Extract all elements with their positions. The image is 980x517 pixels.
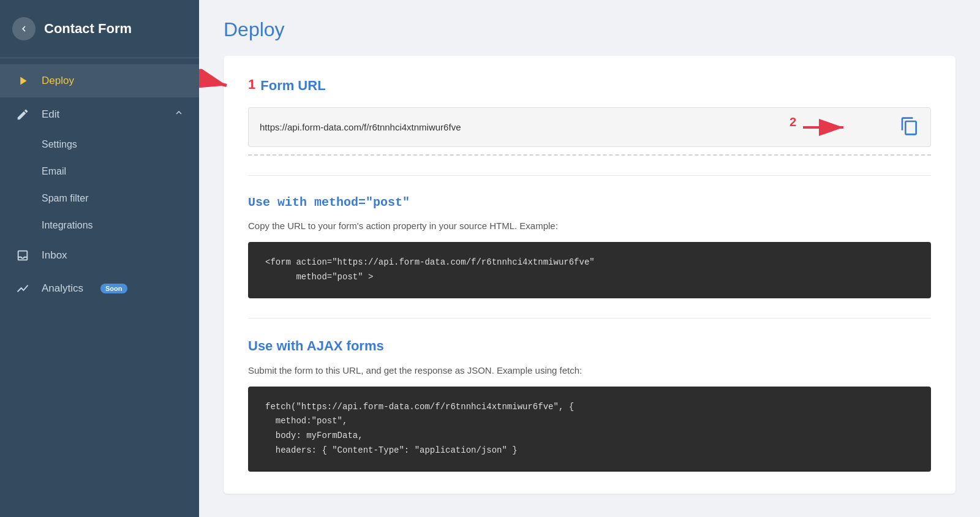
sidebar-header: Contact Form [0, 0, 199, 58]
arrow-annotation-1 [199, 69, 236, 103]
divider-2 [248, 318, 931, 319]
section-form-url-header: 1 Form URL [248, 78, 931, 94]
arrow-annotation-2: 2 [790, 114, 857, 141]
settings-label: Settings [42, 139, 77, 150]
sidebar-item-deploy[interactable]: Deploy [0, 64, 199, 97]
deploy-card: 1 Form URL https://api.form-data.com/f/r… [224, 56, 956, 494]
sidebar-item-analytics[interactable]: Analytics Soon [0, 272, 199, 305]
section-ajax-header: Use with AJAX forms [248, 338, 931, 354]
url-divider [248, 154, 931, 156]
sidebar-label-edit: Edit [42, 108, 59, 121]
edit-sub-nav: Settings Email Spam filter Integrations [0, 131, 199, 239]
chevron-up-icon [173, 107, 184, 121]
inbox-icon [15, 249, 31, 262]
section-post-header: Use with method="post" [248, 195, 931, 209]
code-block-ajax: fetch("https://api.form-data.com/f/r6tnn… [248, 387, 931, 472]
back-button[interactable] [12, 17, 36, 40]
spam-filter-label: Spam filter [42, 193, 88, 204]
play-icon [15, 74, 31, 88]
analytics-soon-badge: Soon [100, 284, 127, 293]
sidebar-navigation: Deploy Edit Settings Email Spam filter [0, 58, 199, 517]
svg-text:2: 2 [790, 115, 796, 129]
sidebar-label-analytics: Analytics [42, 282, 83, 295]
sidebar: Contact Form Deploy Edit Settings [0, 0, 199, 517]
step1-number: 1 [248, 77, 255, 92]
form-url-box: https://api.form-data.com/f/r6tnnhci4xtn… [248, 107, 931, 147]
section-post-description: Copy the URL to your form's action prope… [248, 221, 931, 231]
section-ajax-description: Submit the form to this URL, and get the… [248, 365, 931, 375]
main-content: Deploy 1 Form URL https://api.form-data.… [199, 0, 980, 517]
back-icon [18, 23, 29, 34]
page-title: Deploy [224, 18, 956, 41]
section-form-url-title: Form URL [260, 78, 325, 94]
sidebar-item-email[interactable]: Email [0, 158, 199, 185]
sidebar-item-edit[interactable]: Edit [0, 97, 199, 131]
edit-icon [15, 108, 31, 121]
email-label: Email [42, 166, 66, 177]
analytics-icon [15, 282, 31, 295]
sidebar-item-spam-filter[interactable]: Spam filter [0, 185, 199, 212]
divider-1 [248, 175, 931, 176]
sidebar-item-settings[interactable]: Settings [0, 131, 199, 158]
copy-button[interactable] [900, 116, 919, 138]
section-post-title: Use with method="post" [248, 195, 410, 209]
code-block-post: <form action="https://api.form-data.com/… [248, 242, 931, 298]
sidebar-label-inbox: Inbox [42, 249, 67, 262]
sidebar-item-integrations[interactable]: Integrations [0, 212, 199, 239]
copy-icon [900, 116, 919, 136]
sidebar-label-deploy: Deploy [42, 75, 74, 87]
form-url-container: https://api.form-data.com/f/r6tnnhci4xtn… [248, 107, 931, 156]
sidebar-item-inbox[interactable]: Inbox [0, 239, 199, 272]
integrations-label: Integrations [42, 220, 93, 231]
section-ajax-title: Use with AJAX forms [248, 338, 384, 353]
sidebar-title: Contact Form [44, 21, 132, 37]
